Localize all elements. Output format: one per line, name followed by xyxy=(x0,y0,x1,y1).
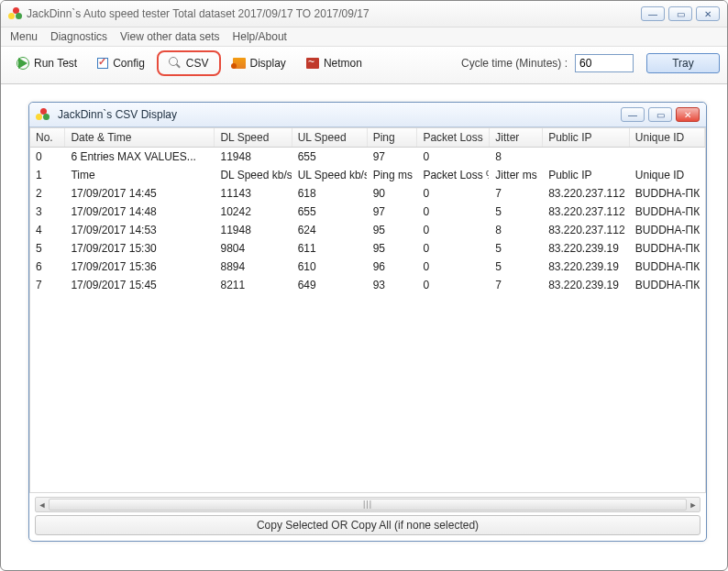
grid-header-row: No. Date & Time DL Speed UL Speed Ping P… xyxy=(30,128,705,148)
csv-button-highlight: CSV xyxy=(157,50,221,76)
cycle-time-input[interactable] xyxy=(575,54,634,72)
child-app-icon xyxy=(36,108,49,121)
table-row[interactable]: 417/09/2017 14:5311948624950883.220.237.… xyxy=(30,221,705,239)
tray-button[interactable]: Tray xyxy=(646,53,720,73)
cell-no: 6 xyxy=(30,258,65,276)
table-row[interactable]: 317/09/2017 14:4810242655970583.220.237.… xyxy=(30,203,705,221)
table-row[interactable]: 617/09/2017 15:368894610960583.220.239.1… xyxy=(30,258,705,276)
cell-ul: 655 xyxy=(292,203,367,221)
child-minimize-button[interactable]: — xyxy=(621,107,645,122)
cell-ping: 96 xyxy=(367,258,417,276)
cell-ip: 83.220.239.19 xyxy=(543,276,630,294)
cell-ping: Ping ms xyxy=(367,166,417,184)
cell-jit: 5 xyxy=(490,258,543,276)
menu-diagnostics[interactable]: Diagnostics xyxy=(50,30,107,43)
table-row[interactable]: 1TimeDL Speed kb/sUL Speed kb/sPing msPa… xyxy=(30,166,705,184)
menu-menu[interactable]: Menu xyxy=(10,30,38,43)
cell-dt: 6 Entries MAX VALUES... xyxy=(65,148,215,167)
cell-jit: 8 xyxy=(490,221,543,239)
col-jitter[interactable]: Jitter xyxy=(490,128,543,148)
cell-no: 0 xyxy=(30,148,65,167)
cell-dt: 17/09/2017 14:45 xyxy=(65,184,215,203)
close-button[interactable]: ✕ xyxy=(696,6,720,21)
cell-dt: 17/09/2017 14:48 xyxy=(65,203,215,221)
cell-ping: 95 xyxy=(367,221,417,239)
scroll-grip-icon: ||| xyxy=(363,500,372,509)
cell-ul: 618 xyxy=(292,184,367,203)
scroll-left-icon[interactable]: ◄ xyxy=(36,498,49,511)
table-row[interactable]: 717/09/2017 15:458211649930783.220.239.1… xyxy=(30,276,705,294)
cell-jit: 7 xyxy=(490,276,543,294)
cell-dl: 9804 xyxy=(215,239,292,258)
cell-pl: Packet Loss % xyxy=(417,166,490,184)
csv-display-window: JackDinn`s CSV Display — ▭ ✕ No. Date & … xyxy=(28,102,707,542)
copy-button[interactable]: Copy Selected OR Copy All (if none selec… xyxy=(35,515,700,535)
cell-uid: BUDDHA-ПК xyxy=(629,239,704,258)
cell-ping: 93 xyxy=(367,276,417,294)
config-icon xyxy=(97,58,108,69)
cell-dl: 10242 xyxy=(215,203,292,221)
table-row[interactable]: 06 Entries MAX VALUES...119486559708 xyxy=(30,148,705,167)
cell-dt: 17/09/2017 15:45 xyxy=(65,276,215,294)
cell-pl: 0 xyxy=(417,184,490,203)
col-no[interactable]: No. xyxy=(30,128,65,148)
cell-jit: Jitter ms xyxy=(490,166,543,184)
cell-uid: BUDDHA-ПК xyxy=(629,221,704,239)
csv-grid: No. Date & Time DL Speed UL Speed Ping P… xyxy=(29,127,706,493)
run-test-label: Run Test xyxy=(34,57,77,70)
menu-view-other[interactable]: View other data sets xyxy=(120,30,220,43)
maximize-button[interactable]: ▭ xyxy=(668,6,692,21)
menu-help-about[interactable]: Help/About xyxy=(233,30,287,43)
toolbar: Run Test Config CSV Display Netmon Cycle… xyxy=(1,47,727,84)
horizontal-scrollbar[interactable]: ◄ ||| ► xyxy=(35,497,700,512)
cell-jit: 7 xyxy=(490,184,543,203)
col-ul-speed[interactable]: UL Speed xyxy=(292,128,367,148)
cell-dl: 11143 xyxy=(215,184,292,203)
cell-pl: 0 xyxy=(417,148,490,167)
cell-pl: 0 xyxy=(417,221,490,239)
cell-no: 1 xyxy=(30,166,65,184)
netmon-button[interactable]: Netmon xyxy=(298,53,370,73)
run-test-button[interactable]: Run Test xyxy=(8,53,85,73)
cell-dt: 17/09/2017 15:36 xyxy=(65,258,215,276)
cell-ip: 83.220.237.112 xyxy=(543,184,630,203)
col-dl-speed[interactable]: DL Speed xyxy=(215,128,292,148)
config-button[interactable]: Config xyxy=(89,53,153,73)
cell-dt: Time xyxy=(65,166,215,184)
cell-pl: 0 xyxy=(417,239,490,258)
csv-label: CSV xyxy=(186,57,209,70)
child-close-button[interactable]: ✕ xyxy=(676,107,700,122)
cell-ul: 649 xyxy=(292,276,367,294)
col-public-ip[interactable]: Public IP xyxy=(543,128,630,148)
cell-ip: 83.220.239.19 xyxy=(543,258,630,276)
child-title: JackDinn`s CSV Display xyxy=(58,108,177,121)
cell-uid: BUDDHA-ПК xyxy=(629,276,704,294)
cell-ip: 83.220.239.19 xyxy=(543,239,630,258)
cell-no: 3 xyxy=(30,203,65,221)
magnifier-icon xyxy=(169,57,182,70)
display-button[interactable]: Display xyxy=(225,53,294,73)
csv-button[interactable]: CSV xyxy=(164,54,214,72)
col-ping[interactable]: Ping xyxy=(367,128,417,148)
scroll-right-icon[interactable]: ► xyxy=(687,498,700,511)
cell-ul: 624 xyxy=(292,221,367,239)
col-unique-id[interactable]: Unique ID xyxy=(629,128,704,148)
cell-ul: UL Speed kb/s xyxy=(292,166,367,184)
cell-no: 5 xyxy=(30,239,65,258)
child-maximize-button[interactable]: ▭ xyxy=(648,107,672,122)
cell-jit: 8 xyxy=(490,148,543,167)
col-packet-loss[interactable]: Packet Loss xyxy=(417,128,490,148)
table-row[interactable]: 517/09/2017 15:309804611950583.220.239.1… xyxy=(30,239,705,258)
main-title: JackDinn`s Auto speed tester Total datas… xyxy=(27,7,370,20)
col-datetime[interactable]: Date & Time xyxy=(65,128,215,148)
cell-pl: 0 xyxy=(417,203,490,221)
cell-no: 4 xyxy=(30,221,65,239)
config-label: Config xyxy=(113,57,145,70)
minimize-button[interactable]: — xyxy=(641,6,665,21)
cell-ping: 97 xyxy=(367,203,417,221)
cell-dl: 11948 xyxy=(215,221,292,239)
table-row[interactable]: 217/09/2017 14:4511143618900783.220.237.… xyxy=(30,184,705,203)
cell-dt: 17/09/2017 15:30 xyxy=(65,239,215,258)
cell-dl: 11948 xyxy=(215,148,292,167)
display-label: Display xyxy=(250,57,286,70)
